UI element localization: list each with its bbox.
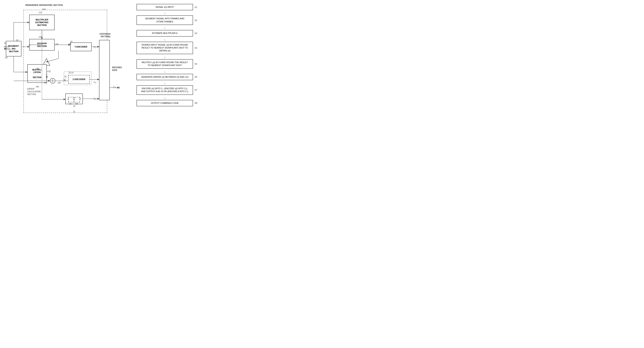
- label-cx: CX: [113, 86, 116, 89]
- flow-row-s5: MULTIPLY y(i) BY A AND ROUND THE RESULT …: [136, 59, 203, 69]
- flow-label-s6: S6: [194, 76, 197, 78]
- flow-row-s3: ESTIMATE MULTIPLIER A S3: [136, 30, 203, 36]
- flow-box-s5: MULTIPLY y(i) BY A AND ROUND THE RESULT …: [136, 59, 193, 69]
- label-140: 140: [36, 86, 39, 88]
- label-110: 110: [38, 11, 42, 14]
- flow-box-s2: SEGMENT SIGNAL INTO FRAMES AND STORE FRA…: [136, 15, 193, 25]
- aencoder-block: A-ENCODER: [65, 93, 83, 104]
- circle-subtractor: [50, 78, 56, 84]
- flow-label-s2: S2: [194, 19, 197, 21]
- label-15: 15: [73, 105, 75, 107]
- label-23: 23: [64, 76, 66, 78]
- synthesis-block: [99, 40, 110, 100]
- aencoder-inner-15a: [68, 97, 74, 102]
- label-yi-out: y(i): [55, 43, 58, 45]
- label-xi-prime: x'(i): [47, 70, 50, 72]
- flow-row-s4: DIVIDED INPUT SIGNAL x(i) BY A AND ROUND…: [136, 42, 203, 54]
- flow-arrow-6: ↓: [136, 81, 193, 85]
- label-CA: CA: [94, 97, 96, 100]
- main-container: REMAINDER SEPARATING SECTION 100 SEGMENT…: [4, 4, 210, 117]
- label-input-signal: INPUTSIGNAL: [4, 46, 11, 50]
- label-A: A: [29, 44, 30, 46]
- label-CY: CY: [94, 46, 96, 49]
- svg-point-26: [118, 87, 120, 88]
- flow-box-s4: DIVIDED INPUT SIGNAL x(i) BY A AND ROUND…: [136, 42, 193, 54]
- flow-label-s4: S4: [194, 47, 197, 49]
- label-14: 14: [71, 72, 73, 74]
- label-yi-in: y(i): [68, 43, 71, 45]
- flow-row-s6: GENERATE ERROR z(i) BETWEEN x(i) AND x'(…: [136, 74, 203, 80]
- flow-box-s7: ENCODE y(i) INTO Cᵧ, (ENCODE z(i) INTO C…: [136, 85, 193, 95]
- flow-arrow-1: ↓: [136, 11, 193, 15]
- flow-arrow-5: ↓: [136, 70, 193, 73]
- flow-label-s8: S8: [194, 102, 197, 104]
- zencoder-block: Z-ENCODER: [68, 75, 90, 84]
- flow-arrow-4: ↓: [136, 55, 193, 59]
- flow-arrow-2: ↓: [136, 26, 193, 30]
- label-15b: 15b: [75, 103, 78, 105]
- label-11: 11: [4, 42, 6, 44]
- label-xi-left: x(i): [5, 56, 8, 59]
- flow-row-s2: SEGMENT SIGNAL INTO FRAMES AND STORE FRA…: [136, 15, 203, 25]
- encoded-data-label: ENCODEDDATA: [112, 66, 122, 72]
- flow-box-s8: OUTPUT COMBINED CODE: [136, 100, 193, 106]
- label-22: 22: [69, 72, 71, 74]
- block-diagram: REMAINDER SEPARATING SECTION 100 SEGMENT…: [4, 4, 129, 117]
- flow-box-s3: ESTIMATE MULTIPLIER A: [136, 30, 193, 36]
- flow-row-s1: SIGNAL x(i) INPUT S1: [136, 4, 203, 10]
- remainder-section-label: REMAINDER SEPARATING SECTION: [25, 4, 63, 6]
- flow-label-s5: S5: [194, 63, 197, 65]
- flow-label-s1: S1: [194, 6, 197, 8]
- label-15a: 15a: [69, 103, 72, 105]
- label-xi-bottom: x(i): [44, 81, 47, 84]
- flowchart: SIGNAL x(i) INPUT S1 ↓ SEGMENT SIGNAL IN…: [136, 4, 203, 108]
- multiplication-block: MULTIPLI-CATIONSECTION: [27, 64, 47, 83]
- label-16: 16: [108, 36, 110, 38]
- flow-arrow-3: ↓: [136, 38, 193, 41]
- label-error: ERRORCALCULATINGSECTION: [27, 88, 41, 96]
- label-12: 12: [16, 39, 18, 41]
- label-21: 21: [73, 111, 75, 113]
- flow-row-s8: OUTPUT COMBINED CODE S8: [136, 100, 203, 106]
- label-CZ: CZ: [94, 81, 96, 84]
- label-130-number: 130: [36, 68, 39, 70]
- flow-label-s7: S7: [194, 89, 197, 91]
- flow-box-s6: GENERATE ERROR z(i) BETWEEN x(i) AND x'(…: [136, 74, 193, 80]
- flow-label-s3: S3: [194, 32, 197, 34]
- multiplier-estimating-block: MULTIPLIERESTIMATINGSECTION: [29, 15, 54, 30]
- division-block: DIVISIONSECTION: [29, 39, 54, 51]
- label-120: 120: [38, 36, 42, 38]
- aencoder-inner-15b: [74, 97, 80, 102]
- yencoder-block: Y-ENCODER: [70, 42, 92, 51]
- label-zi: z(i): [58, 81, 61, 84]
- flow-arrow-7: ↓: [136, 96, 193, 100]
- flow-row-s7: ENCODE y(i) INTO Cᵧ, (ENCODE z(i) INTO C…: [136, 85, 203, 95]
- flow-box-s1: SIGNAL x(i) INPUT: [136, 4, 193, 10]
